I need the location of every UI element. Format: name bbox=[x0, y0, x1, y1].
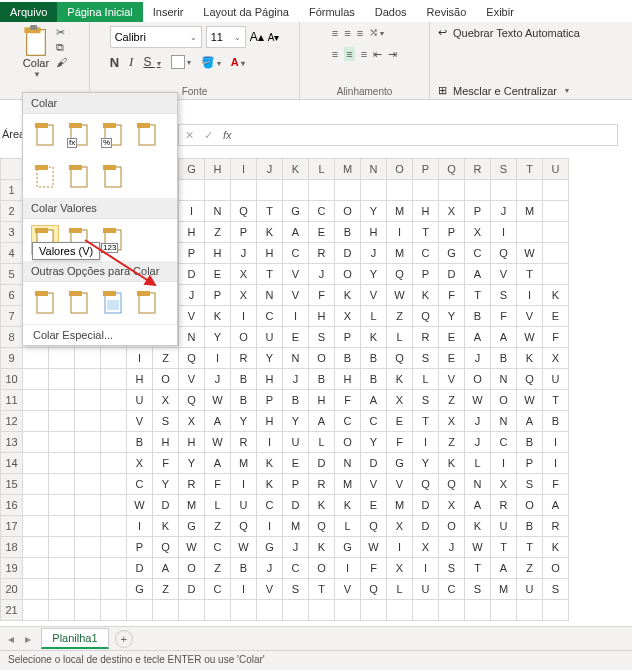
cell-G5[interactable]: D bbox=[179, 264, 205, 285]
cell-O4[interactable]: M bbox=[387, 243, 413, 264]
cell-G4[interactable]: P bbox=[179, 243, 205, 264]
paste-option-transpose[interactable] bbox=[99, 162, 127, 192]
cell-P11[interactable]: S bbox=[413, 390, 439, 411]
cell-R3[interactable]: X bbox=[465, 222, 491, 243]
cell-R16[interactable]: A bbox=[465, 495, 491, 516]
cell-T16[interactable]: O bbox=[517, 495, 543, 516]
cell-D10[interactable] bbox=[101, 369, 127, 390]
cell-L12[interactable]: A bbox=[309, 411, 335, 432]
cell-O15[interactable]: V bbox=[387, 474, 413, 495]
row-header-6[interactable]: 6 bbox=[1, 285, 23, 306]
cell-R4[interactable]: C bbox=[465, 243, 491, 264]
cell-A17[interactable] bbox=[23, 516, 49, 537]
cell-G12[interactable]: X bbox=[179, 411, 205, 432]
cell-J9[interactable]: Y bbox=[257, 348, 283, 369]
cell-T13[interactable]: B bbox=[517, 432, 543, 453]
cell-S19[interactable]: A bbox=[491, 558, 517, 579]
cell-T11[interactable]: W bbox=[517, 390, 543, 411]
cell-P14[interactable]: Y bbox=[413, 453, 439, 474]
cell-U5[interactable] bbox=[543, 264, 569, 285]
cell-H12[interactable]: A bbox=[205, 411, 231, 432]
cell-U12[interactable]: B bbox=[543, 411, 569, 432]
col-header-K[interactable]: K bbox=[283, 159, 309, 180]
row-header-10[interactable]: 10 bbox=[1, 369, 23, 390]
cell-R10[interactable]: O bbox=[465, 369, 491, 390]
cell-E21[interactable] bbox=[127, 600, 153, 621]
cell-U17[interactable]: R bbox=[543, 516, 569, 537]
cell-Q14[interactable]: K bbox=[439, 453, 465, 474]
cell-Q21[interactable] bbox=[439, 600, 465, 621]
cell-D18[interactable] bbox=[101, 537, 127, 558]
cell-D13[interactable] bbox=[101, 432, 127, 453]
cell-R21[interactable] bbox=[465, 600, 491, 621]
cell-E20[interactable]: G bbox=[127, 579, 153, 600]
cell-F12[interactable]: S bbox=[153, 411, 179, 432]
cell-M13[interactable]: O bbox=[335, 432, 361, 453]
cell-B16[interactable] bbox=[49, 495, 75, 516]
cell-K18[interactable]: J bbox=[283, 537, 309, 558]
cell-P9[interactable]: S bbox=[413, 348, 439, 369]
cell-I20[interactable]: I bbox=[231, 579, 257, 600]
cell-S16[interactable]: R bbox=[491, 495, 517, 516]
cell-L20[interactable]: T bbox=[309, 579, 335, 600]
cell-U1[interactable] bbox=[543, 180, 569, 201]
cell-O7[interactable]: Z bbox=[387, 306, 413, 327]
cell-H10[interactable]: J bbox=[205, 369, 231, 390]
cell-M9[interactable]: B bbox=[335, 348, 361, 369]
cell-K21[interactable] bbox=[283, 600, 309, 621]
cell-G2[interactable]: I bbox=[179, 201, 205, 222]
cell-A18[interactable] bbox=[23, 537, 49, 558]
align-top-icon[interactable]: ≡ bbox=[332, 27, 338, 39]
cell-R17[interactable]: K bbox=[465, 516, 491, 537]
cell-C10[interactable] bbox=[75, 369, 101, 390]
cell-K6[interactable]: V bbox=[283, 285, 309, 306]
row-header-15[interactable]: 15 bbox=[1, 474, 23, 495]
fill-color-button[interactable]: 🪣▾ bbox=[201, 56, 221, 69]
cell-O1[interactable] bbox=[387, 180, 413, 201]
cell-D20[interactable] bbox=[101, 579, 127, 600]
cell-U21[interactable] bbox=[543, 600, 569, 621]
cell-H11[interactable]: W bbox=[205, 390, 231, 411]
cell-E13[interactable]: B bbox=[127, 432, 153, 453]
cell-K11[interactable]: B bbox=[283, 390, 309, 411]
cell-U6[interactable]: K bbox=[543, 285, 569, 306]
cell-I19[interactable]: B bbox=[231, 558, 257, 579]
cell-F11[interactable]: X bbox=[153, 390, 179, 411]
row-header-7[interactable]: 7 bbox=[1, 306, 23, 327]
cell-Q1[interactable] bbox=[439, 180, 465, 201]
cell-T4[interactable]: W bbox=[517, 243, 543, 264]
cell-P5[interactable]: P bbox=[413, 264, 439, 285]
cell-P8[interactable]: R bbox=[413, 327, 439, 348]
cell-M3[interactable]: B bbox=[335, 222, 361, 243]
cell-U3[interactable] bbox=[543, 222, 569, 243]
cell-E17[interactable]: I bbox=[127, 516, 153, 537]
align-right-icon[interactable]: ≡ bbox=[361, 48, 367, 60]
cell-A15[interactable] bbox=[23, 474, 49, 495]
paste-special-menu[interactable]: Colar Especial... bbox=[23, 324, 177, 345]
cell-Q7[interactable]: Y bbox=[439, 306, 465, 327]
cell-S13[interactable]: C bbox=[491, 432, 517, 453]
cell-N13[interactable]: Y bbox=[361, 432, 387, 453]
cell-O11[interactable]: X bbox=[387, 390, 413, 411]
cell-O12[interactable]: E bbox=[387, 411, 413, 432]
cell-G6[interactable]: J bbox=[179, 285, 205, 306]
cell-L3[interactable]: E bbox=[309, 222, 335, 243]
cell-Q17[interactable]: O bbox=[439, 516, 465, 537]
cell-J17[interactable]: I bbox=[257, 516, 283, 537]
cell-T15[interactable]: S bbox=[517, 474, 543, 495]
cancel-icon[interactable]: ✕ bbox=[185, 129, 194, 142]
cell-L6[interactable]: F bbox=[309, 285, 335, 306]
paste-option-formulas[interactable]: fx bbox=[65, 120, 93, 150]
cell-I3[interactable]: P bbox=[231, 222, 257, 243]
cell-C18[interactable] bbox=[75, 537, 101, 558]
row-header-19[interactable]: 19 bbox=[1, 558, 23, 579]
cell-D21[interactable] bbox=[101, 600, 127, 621]
cell-A10[interactable] bbox=[23, 369, 49, 390]
cell-E12[interactable]: V bbox=[127, 411, 153, 432]
tab-arquivo[interactable]: Arquivo bbox=[0, 2, 57, 22]
cell-E19[interactable]: D bbox=[127, 558, 153, 579]
cell-I16[interactable]: U bbox=[231, 495, 257, 516]
cell-G21[interactable] bbox=[179, 600, 205, 621]
col-header-L[interactable]: L bbox=[309, 159, 335, 180]
cell-N10[interactable]: B bbox=[361, 369, 387, 390]
